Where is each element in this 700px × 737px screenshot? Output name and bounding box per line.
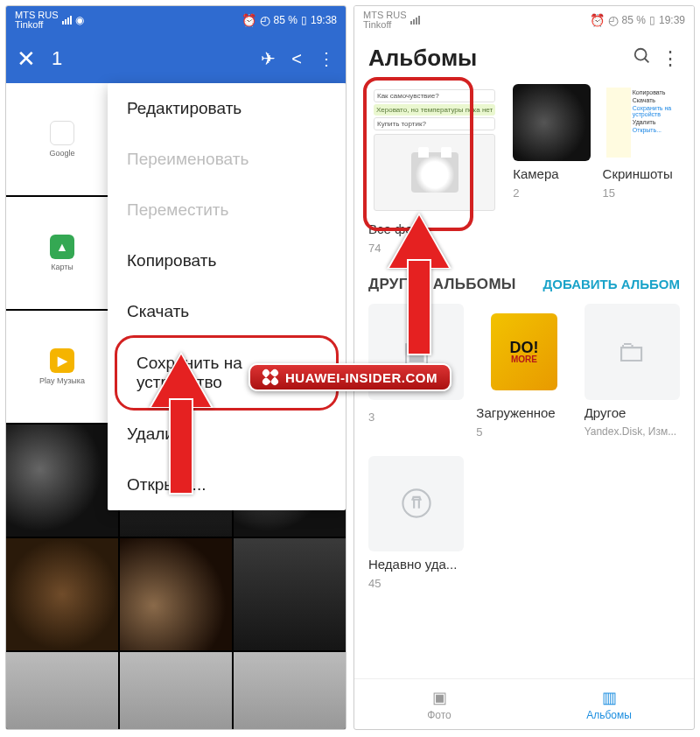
album-recently-deleted[interactable]: Недавно уда... 45 <box>368 456 464 590</box>
huawei-logo-icon <box>262 369 278 385</box>
more-icon[interactable]: ⋮ <box>318 48 335 69</box>
tile-apps[interactable]: ▲ Карты <box>6 197 118 309</box>
play-music-icon: ▶ <box>50 348 74 373</box>
selection-count: 1 <box>52 47 62 70</box>
svg-point-0 <box>635 48 647 60</box>
tab-photos[interactable]: ▣ Фото <box>354 679 524 729</box>
status-time: 19:38 <box>311 14 337 26</box>
annotation-arrow <box>153 354 209 495</box>
battery-icon: ▯ <box>301 14 307 26</box>
context-menu: Редактировать Переименовать Переместить … <box>108 83 346 510</box>
tile-apps[interactable]: G Google <box>6 83 118 195</box>
album-thumb: Копировать Скачать Сохранить на устройст… <box>603 84 680 161</box>
airplane-icon[interactable]: ✈ <box>261 48 276 69</box>
annotation-arrow <box>391 215 447 355</box>
menu-rename[interactable]: Переименовать <box>108 134 346 185</box>
tile-photo[interactable] <box>120 538 232 650</box>
clock-icon: ◴ <box>608 13 619 27</box>
svg-point-2 <box>402 490 430 517</box>
trash-icon <box>368 456 464 551</box>
tile-photo[interactable] <box>6 652 118 730</box>
status-time: 19:39 <box>659 14 685 26</box>
maps-icon: ▲ <box>50 235 74 259</box>
status-bar: MTS RUS Tinkoff ⏰ ◴ 85 % ▯ 19:39 <box>354 6 694 34</box>
tile-photo[interactable] <box>6 425 118 537</box>
battery-text: 85 % <box>274 14 298 26</box>
tile-photo[interactable] <box>234 538 346 650</box>
highlight-all-photos <box>363 77 473 231</box>
add-album-button[interactable]: ДОБАВИТЬ АЛЬБОМ <box>543 277 680 292</box>
album-other[interactable]: 🗀 Другое Yandex.Disk, Изм... <box>584 304 680 438</box>
status-bar: MTS RUS Tinkoff ◉ ⏰ ◴ 85 % ▯ 19:38 <box>6 6 346 34</box>
tile-apps[interactable]: ▶ Play Музыка <box>6 311 118 423</box>
menu-download[interactable]: Скачать <box>108 286 346 337</box>
album-thumb <box>513 84 590 161</box>
album-screenshots[interactable]: Копировать Скачать Сохранить на устройст… <box>603 84 680 255</box>
carrier-2: Tinkoff <box>363 20 407 30</box>
wifi-icon: ◉ <box>75 14 84 26</box>
menu-move[interactable]: Переместить <box>108 185 346 235</box>
albums-icon: ▥ <box>602 688 617 707</box>
other-albums-row-2: Недавно уда... 45 <box>354 451 694 602</box>
photos-icon: ▣ <box>432 688 447 707</box>
alarm-icon: ⏰ <box>242 13 256 27</box>
menu-open[interactable]: Открыть... <box>108 460 346 510</box>
watermark: HUAWEI-INSIDER.COM <box>248 363 452 391</box>
close-icon[interactable]: ✕ <box>17 46 36 73</box>
menu-copy[interactable]: Копировать <box>108 235 346 286</box>
album-camera[interactable]: Камера 2 <box>513 84 590 255</box>
tile-photo[interactable] <box>120 652 232 730</box>
album-thumb: DO! MORE <box>476 304 571 399</box>
tile-photo[interactable] <box>234 652 346 730</box>
clock-icon: ◴ <box>260 13 270 27</box>
menu-delete[interactable]: Удалить <box>108 409 346 460</box>
tab-albums[interactable]: ▥ Альбомы <box>524 679 694 729</box>
more-icon[interactable]: ⋮ <box>661 47 680 70</box>
albums-header: Альбомы ⋮ <box>354 34 694 79</box>
carrier-2: Tinkoff <box>15 20 59 30</box>
bottom-nav: ▣ Фото ▥ Альбомы <box>354 678 694 729</box>
menu-edit[interactable]: Редактировать <box>108 83 346 134</box>
album-downloaded[interactable]: DO! MORE Загруженное 5 <box>476 304 571 438</box>
signal-icon <box>410 16 420 25</box>
alarm-icon: ⏰ <box>590 13 605 27</box>
share-icon[interactable]: < <box>291 49 302 69</box>
folder-icon: 🗀 <box>584 304 680 399</box>
signal-icon <box>62 16 72 25</box>
search-icon[interactable] <box>633 46 652 71</box>
battery-icon: ▯ <box>649 14 655 26</box>
page-title: Альбомы <box>368 45 624 72</box>
svg-line-1 <box>645 58 649 62</box>
google-icon: G <box>50 121 74 145</box>
battery-text: 85 % <box>622 14 646 26</box>
tile-photo[interactable] <box>6 538 118 650</box>
selection-toolbar: ✕ 1 ✈ < ⋮ <box>6 34 346 83</box>
